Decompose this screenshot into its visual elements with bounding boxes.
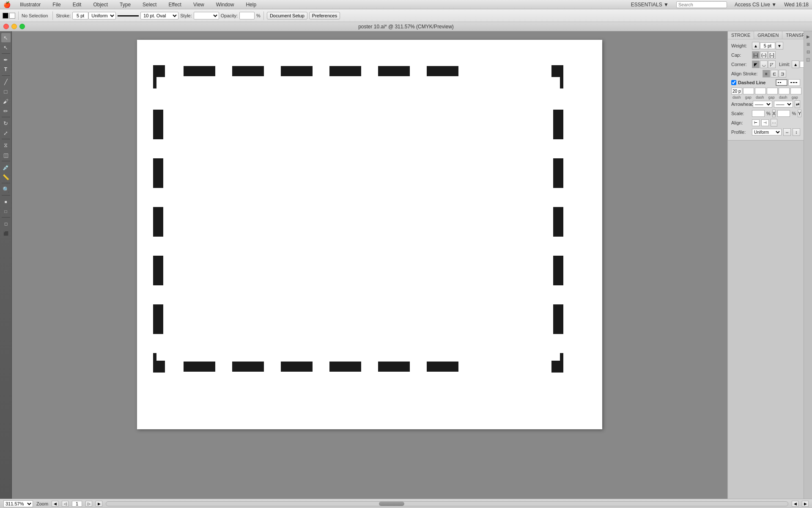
scrollbar-thumb[interactable] xyxy=(379,502,404,506)
next-artboard-btn[interactable]: ▷ xyxy=(85,501,92,507)
scale-y-btn[interactable]: Y xyxy=(798,110,801,117)
scale-tool[interactable]: ⤢ xyxy=(1,128,11,138)
document-setup-btn[interactable]: Document Setup xyxy=(267,12,307,19)
weight-label: Weight: xyxy=(731,43,750,48)
dash-2-input[interactable] xyxy=(755,88,766,94)
brush-select[interactable]: 10 pt. Oval xyxy=(140,12,178,19)
direct-selection-tool[interactable]: ↖ xyxy=(1,43,11,52)
scroll-left-btn[interactable]: ◀ xyxy=(792,501,798,507)
page-input[interactable] xyxy=(72,501,82,507)
menu-effect[interactable]: Effect xyxy=(166,1,184,8)
blend-tool[interactable]: ⧖ xyxy=(1,141,11,150)
menu-file[interactable]: File xyxy=(50,1,63,8)
dash-pattern-1-btn[interactable] xyxy=(776,79,787,86)
gap-3-input[interactable] xyxy=(790,88,801,94)
type-tool[interactable]: T xyxy=(1,65,11,74)
opacity-input[interactable]: 100 xyxy=(239,12,255,19)
essentials-menu[interactable]: ESSENTIALS ▼ xyxy=(628,1,671,8)
selection-tool[interactable]: ↖ xyxy=(1,33,11,42)
drawing-mode[interactable]: ◻ xyxy=(1,219,11,228)
corner-round-btn[interactable]: ◡ xyxy=(760,61,768,68)
gap-2-input[interactable] xyxy=(767,88,778,94)
menu-object[interactable]: Object xyxy=(91,1,110,8)
prev-artboard-btn[interactable]: ◁ xyxy=(62,501,69,507)
menu-help[interactable]: Help xyxy=(243,1,259,8)
arrowhead-start-select[interactable]: —— xyxy=(753,101,772,108)
menu-edit[interactable]: Edit xyxy=(70,1,84,8)
rect-tool[interactable]: □ xyxy=(1,87,11,96)
weight-increase-btn[interactable]: ▼ xyxy=(776,42,783,50)
align-left-btn[interactable]: ⊢ xyxy=(752,119,760,126)
dash-3-input[interactable] xyxy=(779,88,790,94)
paintbrush-tool[interactable]: 🖌 xyxy=(1,97,11,106)
stroke-style-select[interactable]: Uniform xyxy=(88,12,116,19)
access-cs-live-btn[interactable]: Access CS Live ▼ xyxy=(732,1,779,8)
limit-decrease-btn[interactable]: ▲ xyxy=(792,61,799,68)
profile-select[interactable]: Uniform xyxy=(752,129,782,135)
maximize-button[interactable] xyxy=(19,24,25,29)
scale-x-btn[interactable]: X xyxy=(772,110,776,117)
menu-window[interactable]: Window xyxy=(214,1,237,8)
align-outside-btn[interactable]: ⊐ xyxy=(779,70,786,77)
swap-arrowheads-btn[interactable]: ⇄ xyxy=(795,100,800,108)
mini-icon-3[interactable]: ⊟ xyxy=(805,48,812,55)
menu-type[interactable]: Type xyxy=(117,1,133,8)
dash-pattern-2-btn[interactable] xyxy=(788,79,800,86)
fill-swatch[interactable] xyxy=(3,13,8,19)
cap-round-btn[interactable]: (–) xyxy=(760,51,768,59)
align-inside-btn[interactable]: ⊏ xyxy=(771,70,778,77)
measure-tool[interactable]: 📏 xyxy=(1,172,11,182)
dash-1-input[interactable] xyxy=(731,88,742,94)
tab-gradient[interactable]: GRADIEN xyxy=(754,31,782,39)
dash-label-1: dash xyxy=(731,95,742,99)
style-select[interactable] xyxy=(194,12,219,19)
line-tool[interactable]: ╱ xyxy=(1,77,11,86)
weight-input[interactable] xyxy=(760,42,775,49)
tab-stroke[interactable]: STROKE xyxy=(728,31,754,39)
stroke-swatch[interactable] xyxy=(9,13,15,19)
next-page-btn[interactable]: ▶ xyxy=(96,501,102,507)
fill-color[interactable]: ■ xyxy=(1,197,11,206)
zoom-tool[interactable]: 🔍 xyxy=(1,185,11,194)
gap-1-input[interactable] xyxy=(743,88,754,94)
align-center-btn[interactable]: ≡ xyxy=(763,70,770,77)
minimize-button[interactable] xyxy=(11,24,17,29)
cap-butt-btn[interactable]: |–| xyxy=(752,51,760,59)
scale-x-input[interactable]: 100 xyxy=(752,110,765,117)
scroll-right-btn[interactable]: ▶ xyxy=(802,501,809,507)
mini-icon-2[interactable]: ⊞ xyxy=(805,41,812,47)
eyedropper-tool[interactable]: 💉 xyxy=(1,163,11,172)
arrowhead-end-select[interactable]: —— xyxy=(774,101,793,108)
profile-flip-btn[interactable]: ↔ xyxy=(783,128,791,136)
prev-page-btn[interactable]: ◀ xyxy=(52,501,58,507)
mini-icon-1[interactable]: ▶ xyxy=(805,33,812,40)
rotate-tool[interactable]: ↻ xyxy=(1,119,11,128)
horizontal-scrollbar[interactable] xyxy=(106,501,788,506)
stroke-color[interactable]: □ xyxy=(1,207,11,216)
menu-view[interactable]: View xyxy=(191,1,207,8)
pencil-tool[interactable]: ✏ xyxy=(1,106,11,116)
weight-decrease-btn[interactable]: ▲ xyxy=(752,42,760,50)
close-button[interactable] xyxy=(3,24,9,29)
corner-bevel-btn[interactable]: ◸ xyxy=(768,61,776,68)
cap-square-btn[interactable]: [–] xyxy=(768,51,776,59)
search-input[interactable] xyxy=(676,1,727,8)
apple-menu[interactable]: 🍎 xyxy=(3,1,11,8)
screen-mode[interactable]: ⬛ xyxy=(1,229,11,238)
menu-select[interactable]: Select xyxy=(140,1,159,8)
menu-illustrator[interactable]: Illustrator xyxy=(17,1,43,8)
corner-miter-btn[interactable]: ◤ xyxy=(752,61,760,68)
align-right-btn[interactable]: ⊣ xyxy=(761,119,769,126)
preferences-btn[interactable]: Preferences xyxy=(309,12,340,19)
mini-icon-4[interactable]: ◫ xyxy=(805,56,812,63)
profile-flip-v-btn[interactable]: ↕ xyxy=(793,128,800,136)
stroke-weight-arrows[interactable]: Uniform xyxy=(72,12,116,19)
canvas-area[interactable] xyxy=(12,31,727,499)
align-options-btn[interactable]: ⋯ xyxy=(771,119,777,127)
zoom-select[interactable]: 311.57% xyxy=(3,500,33,507)
scale-y-input[interactable]: 100 xyxy=(777,110,790,117)
gradient-tool[interactable]: ◫ xyxy=(1,150,11,160)
dashed-line-checkbox[interactable] xyxy=(731,80,736,85)
stroke-weight-input[interactable] xyxy=(72,12,88,19)
pen-tool[interactable]: ✒ xyxy=(1,55,11,64)
